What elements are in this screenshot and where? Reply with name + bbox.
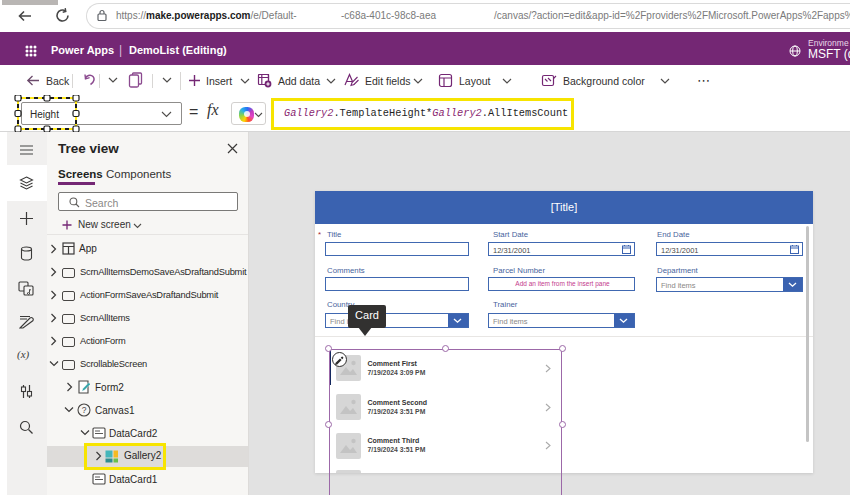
- svg-text:?: ?: [82, 405, 87, 415]
